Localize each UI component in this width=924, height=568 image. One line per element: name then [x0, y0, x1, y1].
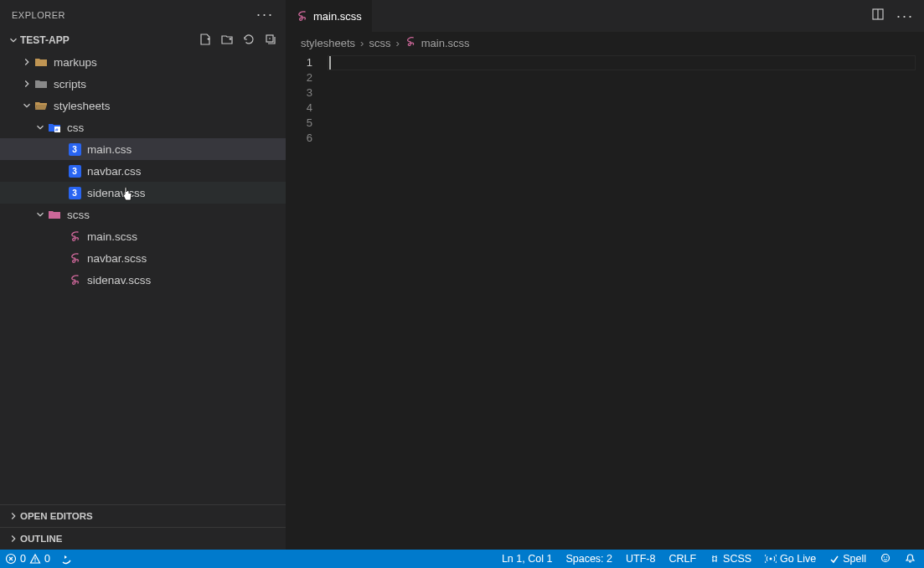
outline-section[interactable]: OUTLINE [0, 527, 286, 550]
svg-point-8 [770, 558, 772, 560]
new-file-icon[interactable] [199, 33, 212, 49]
status-debug[interactable] [60, 553, 74, 565]
folder-markups[interactable]: markups [0, 51, 286, 73]
text-cursor [329, 56, 331, 70]
new-folder-icon[interactable] [220, 33, 234, 49]
svg-point-7 [34, 560, 35, 561]
open-editors-section[interactable]: OPEN EDITORS [0, 504, 286, 527]
folder-scripts[interactable]: scripts [0, 73, 286, 95]
folder-stylesheets[interactable]: stylesheets [0, 95, 286, 116]
explorer-header: EXPLORER ··· [0, 0, 286, 29]
folder-scss[interactable]: scss [0, 204, 286, 225]
scss-file-icon [405, 36, 416, 50]
line-number: 3 [286, 85, 312, 101]
status-golive[interactable]: Go Live [765, 553, 816, 565]
folder-label: stylesheets [54, 100, 111, 112]
line-number: 6 [286, 131, 312, 146]
svg-point-9 [882, 555, 890, 562]
folder-label: css [67, 121, 84, 134]
more-actions-icon[interactable]: ··· [896, 8, 914, 25]
file-navbar-scss[interactable]: navbar.scss [0, 247, 286, 269]
line-number: 2 [286, 70, 312, 85]
file-label: sidenav.css [87, 187, 146, 199]
status-position[interactable]: Ln 1, Col 1 [502, 553, 552, 565]
status-eol[interactable]: CRLF [668, 553, 696, 565]
status-encoding[interactable]: UTF-8 [626, 553, 655, 565]
folder-icon [34, 78, 49, 90]
line-number: 5 [286, 116, 312, 131]
file-label: navbar.css [87, 165, 142, 178]
file-label: sidenav.scss [87, 274, 151, 287]
current-line-highlight [328, 55, 916, 70]
chevron-down-icon [34, 121, 47, 133]
css-folder-icon: # [47, 121, 62, 133]
folder-icon [34, 56, 49, 68]
chevron-right-icon: › [360, 37, 364, 49]
status-language[interactable]: SCSS [710, 553, 751, 565]
file-main-scss[interactable]: main.scss [0, 225, 286, 247]
file-label: navbar.scss [87, 252, 147, 265]
cursor-hand-icon [121, 187, 134, 204]
file-main-css[interactable]: 3 main.css [0, 138, 286, 160]
file-sidenav-scss[interactable]: sidenav.scss [0, 269, 286, 291]
error-count: 0 [20, 553, 26, 565]
css-file-icon: 3 [67, 187, 82, 199]
project-name: TEST-APP [20, 34, 70, 46]
more-actions-icon[interactable]: ··· [256, 6, 274, 23]
folder-label: scss [67, 209, 90, 221]
status-warnings[interactable]: 0 [29, 553, 50, 565]
chevron-right-icon [20, 56, 34, 68]
folder-label: markups [54, 56, 97, 69]
status-bell-icon[interactable] [905, 553, 916, 565]
file-label: main.scss [87, 230, 137, 243]
status-indent[interactable]: Spaces: 2 [565, 553, 612, 565]
chevron-down-icon [7, 34, 20, 46]
spell-label: Spell [843, 553, 866, 565]
explorer-title: EXPLORER [12, 10, 65, 20]
line-gutter: 1 2 3 4 5 6 [286, 54, 328, 550]
folder-open-icon [34, 100, 49, 111]
line-number: 1 [286, 55, 312, 70]
scss-file-icon [67, 274, 82, 287]
folder-css[interactable]: # css [0, 116, 286, 138]
line-number: 4 [286, 101, 312, 116]
status-spell[interactable]: Spell [829, 553, 866, 565]
scss-folder-icon [47, 209, 62, 220]
split-editor-icon[interactable] [871, 8, 885, 24]
file-navbar-css[interactable]: 3 navbar.css [0, 160, 286, 182]
breadcrumb-file[interactable]: main.scss [421, 37, 470, 49]
refresh-icon[interactable] [242, 33, 256, 49]
chevron-right-icon [7, 533, 20, 545]
section-label: OPEN EDITORS [20, 511, 93, 521]
project-actions [199, 33, 277, 49]
css-file-icon: 3 [67, 143, 82, 156]
folder-label: scripts [54, 78, 86, 90]
status-errors[interactable]: 0 [5, 553, 26, 565]
status-bar: 0 0 Ln 1, Col 1 Spaces: 2 UTF-8 CRLF SCS… [0, 550, 924, 568]
collapse-all-icon[interactable] [264, 33, 277, 49]
chevron-right-icon [7, 510, 20, 522]
scss-file-icon [67, 230, 82, 243]
golive-label: Go Live [780, 553, 816, 565]
tab-actions: ··· [871, 0, 924, 32]
file-sidenav-css[interactable]: 3 sidenav.css [0, 182, 286, 204]
warning-count: 0 [44, 553, 50, 565]
svg-point-10 [884, 556, 885, 557]
tab-bar: main.scss ··· [286, 0, 924, 32]
project-header[interactable]: TEST-APP [0, 29, 286, 51]
code-editor[interactable]: 1 2 3 4 5 6 [286, 54, 924, 550]
breadcrumb-part[interactable]: scss [369, 37, 390, 49]
chevron-down-icon [20, 100, 34, 111]
breadcrumb[interactable]: stylesheets › scss › main.scss [286, 32, 924, 54]
editor-area: main.scss ··· stylesheets › scss › main.… [286, 0, 924, 550]
language-label: SCSS [723, 553, 751, 565]
explorer-sidebar: EXPLORER ··· TEST-APP markups [0, 0, 286, 550]
chevron-right-icon: › [395, 37, 399, 49]
breadcrumb-part[interactable]: stylesheets [301, 37, 355, 49]
section-label: OUTLINE [20, 534, 62, 544]
tab-main-scss[interactable]: main.scss [286, 0, 372, 32]
code-content[interactable] [328, 54, 924, 550]
status-feedback-icon[interactable] [880, 553, 891, 565]
chevron-down-icon [34, 209, 47, 220]
svg-point-11 [886, 556, 887, 557]
